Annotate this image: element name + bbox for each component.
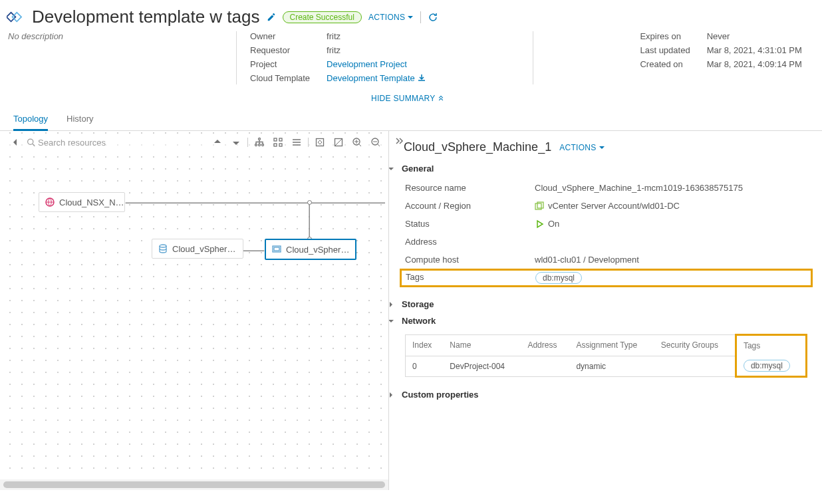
address-label: Address bbox=[405, 237, 535, 247]
tags-label: Tags bbox=[406, 272, 535, 284]
nav-up-button[interactable] bbox=[210, 135, 225, 150]
page-title: Development template w tags bbox=[32, 7, 260, 27]
cloud-template-link[interactable]: Development Template bbox=[327, 73, 415, 83]
col-assignment-type: Assignment Type bbox=[569, 335, 654, 356]
tab-topology[interactable]: Topology bbox=[13, 108, 48, 131]
expires-label: Expires on bbox=[640, 31, 690, 41]
expires-value: Never bbox=[707, 31, 802, 41]
section-toggle-storage[interactable]: Storage bbox=[389, 299, 807, 309]
double-chevron-right-icon bbox=[394, 136, 404, 146]
zoom-out-button[interactable] bbox=[368, 135, 383, 150]
edit-icon[interactable] bbox=[267, 13, 276, 22]
topology-node-nsx-network[interactable]: Cloud_NSX_N… bbox=[39, 192, 125, 212]
svg-rect-21 bbox=[274, 247, 279, 251]
details-panel: Cloud_vSphere_Machine_1 ACTIONS General … bbox=[389, 131, 822, 490]
tag-pill: db:mysql bbox=[535, 272, 582, 284]
topology-node-vsphere-db[interactable]: Cloud_vSpher… bbox=[152, 239, 243, 259]
resource-title: Cloud_vSphere_Machine_1 bbox=[404, 140, 551, 154]
requestor-label: Requestor bbox=[250, 45, 310, 55]
cell-assignment-type: dynamic bbox=[569, 356, 654, 377]
canvas-search-input[interactable] bbox=[38, 136, 206, 149]
chevron-down-icon bbox=[599, 144, 605, 151]
expand-panel-button[interactable] bbox=[394, 136, 404, 148]
svg-point-19 bbox=[160, 245, 166, 247]
svg-rect-0 bbox=[7, 12, 15, 21]
app-logo-icon bbox=[7, 9, 25, 25]
owner-label: Owner bbox=[250, 31, 310, 41]
chevron-right-icon bbox=[389, 391, 395, 399]
topology-node-vsphere-machine[interactable]: Cloud_vSpher… bbox=[265, 239, 356, 260]
topology-canvas[interactable]: Cloud_NSX_N… Cloud_vSpher… Cloud_vSpher… bbox=[0, 131, 389, 490]
svg-rect-7 bbox=[274, 138, 277, 141]
table-row[interactable]: 0 DevProject-004 dynamic db:mysql bbox=[406, 356, 807, 377]
account-region-label: Account / Region bbox=[405, 201, 535, 211]
project-link[interactable]: Development Project bbox=[327, 59, 407, 69]
created-label: Created on bbox=[640, 59, 690, 69]
updated-value: Mar 8, 2021, 4:31:01 PM bbox=[707, 45, 802, 55]
col-index: Index bbox=[406, 335, 444, 356]
updated-label: Last updated bbox=[640, 45, 690, 55]
requestor-value: fritz bbox=[327, 45, 426, 55]
chevron-down-icon bbox=[389, 317, 395, 325]
tag-pill: db:mysql bbox=[744, 360, 790, 372]
hide-summary-toggle[interactable]: HIDE SUMMARY bbox=[7, 84, 809, 108]
status-label: Status bbox=[405, 219, 535, 229]
cloud-template-label: Cloud Template bbox=[250, 73, 310, 84]
double-chevron-up-icon bbox=[438, 95, 444, 102]
col-tags: Tags bbox=[736, 335, 806, 356]
project-label: Project bbox=[250, 59, 310, 69]
collapse-panel-button[interactable] bbox=[8, 135, 23, 150]
layout-tree-button[interactable] bbox=[252, 135, 267, 150]
svg-rect-10 bbox=[279, 144, 282, 146]
section-toggle-custom-properties[interactable]: Custom properties bbox=[389, 390, 807, 400]
table-header-row: Index Name Address Assignment Type Secur… bbox=[406, 335, 807, 356]
owner-value: fritz bbox=[327, 31, 426, 41]
address-value bbox=[535, 237, 807, 247]
cell-tags: db:mysql bbox=[736, 356, 806, 377]
svg-point-2 bbox=[28, 139, 33, 144]
network-table: Index Name Address Assignment Type Secur… bbox=[405, 334, 807, 378]
network-icon bbox=[45, 197, 55, 207]
resource-name-value: Cloud_vSphere_Machine_1-mcm1019-16363857… bbox=[535, 183, 807, 193]
power-on-icon bbox=[535, 219, 544, 229]
nav-down-button[interactable] bbox=[229, 135, 243, 150]
canvas-scrollbar[interactable] bbox=[0, 479, 388, 490]
col-security-groups: Security Groups bbox=[654, 335, 736, 356]
status-badge: Create Successful bbox=[283, 11, 362, 23]
layout-grid-button[interactable] bbox=[271, 135, 285, 150]
svg-point-4 bbox=[255, 144, 257, 146]
vcenter-icon bbox=[535, 201, 544, 211]
svg-point-3 bbox=[259, 138, 261, 140]
col-address: Address bbox=[521, 335, 569, 356]
compute-host-label: Compute host bbox=[405, 255, 535, 265]
divider bbox=[420, 11, 421, 23]
svg-rect-1 bbox=[13, 12, 22, 21]
deployment-actions-dropdown[interactable]: ACTIONS bbox=[368, 13, 414, 22]
layout-list-button[interactable] bbox=[289, 135, 304, 150]
tab-history[interactable]: History bbox=[67, 108, 93, 130]
actual-size-button[interactable] bbox=[331, 135, 346, 150]
account-region-value: vCenter Server Account/wld01-DC bbox=[548, 201, 680, 211]
cell-name: DevProject-004 bbox=[443, 356, 521, 377]
compute-host-value: wld01-clu01 / Development bbox=[535, 255, 807, 265]
svg-point-6 bbox=[262, 144, 264, 146]
chevron-down-icon bbox=[389, 165, 395, 173]
refresh-icon[interactable] bbox=[428, 12, 438, 23]
col-name: Name bbox=[443, 335, 521, 356]
section-toggle-network[interactable]: Network bbox=[389, 316, 807, 326]
database-icon bbox=[158, 243, 168, 254]
chevron-right-icon bbox=[389, 301, 395, 309]
svg-point-5 bbox=[259, 144, 261, 146]
description-placeholder: No description bbox=[7, 31, 209, 41]
chevron-left-icon bbox=[10, 137, 21, 148]
download-icon[interactable] bbox=[417, 73, 426, 84]
zoom-in-button[interactable] bbox=[350, 135, 364, 150]
cell-index: 0 bbox=[406, 356, 444, 377]
resource-actions-dropdown[interactable]: ACTIONS bbox=[559, 143, 605, 152]
resource-name-label: Resource name bbox=[405, 183, 535, 193]
svg-rect-11 bbox=[317, 139, 324, 146]
cell-security-groups bbox=[654, 356, 736, 377]
section-toggle-general[interactable]: General bbox=[389, 164, 807, 174]
fit-screen-button[interactable] bbox=[313, 135, 327, 150]
vm-icon bbox=[271, 244, 282, 255]
